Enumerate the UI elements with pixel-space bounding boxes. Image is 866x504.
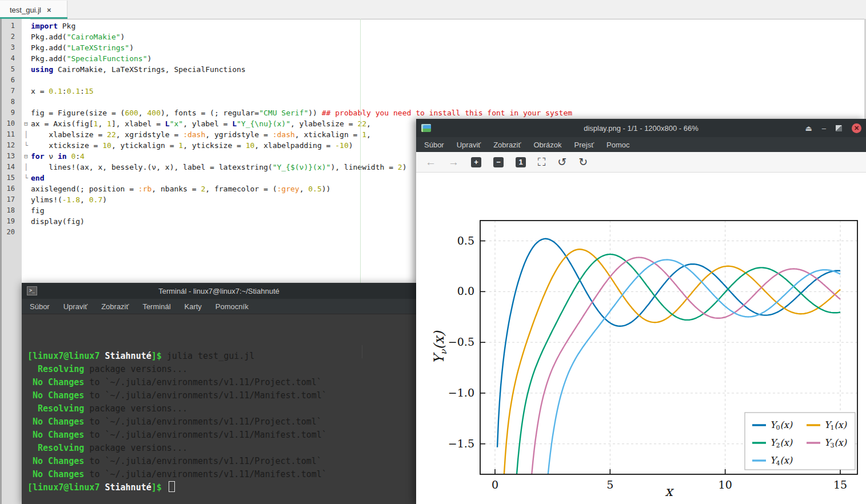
line-number: 15: [0, 173, 22, 183]
line-number: 6: [0, 75, 22, 86]
fold-line: └: [22, 173, 30, 183]
editor-tab-bar: test_gui.jl ×: [0, 0, 866, 19]
svg-text:0.5: 0.5: [457, 234, 474, 247]
window-image-viewer: display.png - 1/1 - 1200x800 - 66% ⏏–✕ S…: [416, 119, 866, 504]
code-line: fig = Figure(size = (600, 400), fonts = …: [31, 107, 864, 118]
viewer-menubar: SúborUpraviťZobraziťObrázokPrejsťPomoc: [416, 137, 866, 152]
svg-text:Y2(x): Y2(x): [770, 437, 793, 449]
terminal-menu-zobrazit[interactable]: Zobraziť: [101, 302, 129, 311]
line-number: 19: [0, 216, 22, 227]
fold-line: └: [22, 140, 30, 151]
viewer-menu-upravit[interactable]: Upraviť: [457, 141, 481, 149]
code-line: Pkg.add("CairoMakie"): [31, 31, 864, 42]
line-number: 2: [0, 31, 22, 42]
viewer-toolbar: ←→+−1⛶↺↻: [416, 152, 866, 173]
line-number: 17: [0, 194, 22, 205]
viewer-menu-zobrazit[interactable]: Zobraziť: [493, 141, 521, 149]
zoom-in-button[interactable]: +: [471, 157, 481, 167]
terminal-app-icon: >_: [27, 286, 37, 295]
terminal-line: No Changes to `~/.julia/environments/v1.…: [27, 415, 416, 429]
minimize-button[interactable]: –: [822, 125, 826, 132]
svg-text:Y1(x): Y1(x): [824, 419, 847, 431]
line-number: 8: [0, 97, 22, 107]
line-number: 14: [0, 162, 22, 173]
terminal-cursor: [169, 481, 175, 492]
line-number: 12: [0, 140, 22, 151]
terminal-line: No Changes to `~/.julia/environments/v1.…: [27, 376, 416, 389]
line-number: 5: [0, 64, 22, 75]
fold-line: [22, 183, 30, 194]
terminal-line: Resolving package versions...: [27, 402, 416, 415]
code-line: using CairoMakie, LaTeXStrings, SpecialF…: [31, 64, 864, 75]
forward-button[interactable]: →: [448, 156, 459, 169]
svg-text:Y3(x): Y3(x): [824, 437, 847, 449]
tab-test-gui-jl[interactable]: test_gui.jl ×: [0, 1, 67, 19]
fold-line: │: [22, 129, 30, 140]
terminal-line: [linux7@linux7 Stiahnuté]$ julia test_gu…: [27, 350, 416, 363]
line-number: 20: [0, 227, 22, 238]
fold-line: [22, 53, 30, 64]
fold-line: [22, 42, 30, 53]
fold-line: [22, 194, 30, 205]
zoom-out-button[interactable]: −: [493, 157, 504, 167]
terminal-titlebar[interactable]: >_ Terminál - linux7@linux7:~/Stiahnuté: [22, 283, 416, 299]
fold-line: [22, 31, 30, 42]
desktop: test_gui.jl × 12345678910111213141516171…: [0, 0, 866, 504]
terminal-menu-pomocnik[interactable]: Pomocník: [215, 302, 249, 311]
zoom-fit-button[interactable]: ⛶: [538, 156, 545, 169]
viewer-menu-subor[interactable]: Súbor: [424, 141, 444, 149]
svg-text:Y4(x): Y4(x): [770, 455, 793, 467]
fold-line: [22, 64, 30, 75]
tab-close-icon[interactable]: ×: [47, 6, 51, 14]
fold-line: [22, 75, 30, 86]
fold-line: [22, 107, 30, 118]
code-line: import Pkg: [31, 21, 864, 31]
code-line: Pkg.add("LaTeXStrings"): [31, 42, 864, 53]
terminal-line: No Changes to `~/.julia/environments/v1.…: [27, 468, 416, 481]
shade-button[interactable]: ⏏: [805, 125, 812, 132]
image-viewer-app-icon: [421, 124, 431, 132]
line-number-gutter: 1234567891011121314151617181920: [0, 19, 22, 504]
code-line: x = 0.1:0.1:15: [31, 86, 864, 97]
svg-text:10: 10: [719, 478, 732, 491]
window-terminal: >_ Terminál - linux7@linux7:~/Stiahnuté …: [22, 283, 416, 504]
fold-line: [22, 86, 30, 97]
svg-text:5: 5: [606, 478, 613, 491]
line-number: 10: [0, 118, 22, 129]
fold-line: │: [22, 162, 30, 173]
terminal-line: No Changes to `~/.julia/environments/v1.…: [27, 429, 416, 442]
line-number: 13: [0, 151, 22, 162]
svg-text:−0.5: −0.5: [448, 335, 474, 348]
fold-marker-icon[interactable]: ⊟: [22, 118, 30, 129]
fold-line: [22, 21, 30, 31]
bessel-plot-image: 0510150.50.0−0.5−1.0−1.5xYν(x)Y0(x)Y1(x)…: [416, 173, 866, 504]
terminal-line: [linux7@linux7 Stiahnuté]$: [27, 481, 416, 494]
fold-line: [22, 227, 30, 238]
rotate-left-button[interactable]: ↺: [557, 155, 566, 169]
viewer-menu-pomoc[interactable]: Pomoc: [606, 141, 629, 149]
back-button[interactable]: ←: [425, 156, 436, 169]
rotate-right-button[interactable]: ↻: [578, 155, 588, 169]
svg-text:−1.0: −1.0: [448, 386, 474, 399]
terminal-title: Terminál - linux7@linux7:~/Stiahnuté: [22, 287, 416, 295]
terminal-menu-upravit[interactable]: Upraviť: [63, 302, 87, 311]
zoom-original-button[interactable]: 1: [516, 157, 526, 167]
terminal-content[interactable]: [linux7@linux7 Stiahnuté]$ julia test_gu…: [22, 314, 416, 494]
viewer-menu-obrazok[interactable]: Obrázok: [533, 141, 561, 149]
line-number: 1: [0, 21, 22, 31]
svg-text:−1.5: −1.5: [448, 437, 474, 450]
terminal-menu-subor[interactable]: Súbor: [30, 302, 50, 311]
viewer-titlebar[interactable]: display.png - 1/1 - 1200x800 - 66% ⏏–✕: [416, 119, 866, 137]
terminal-menu-terminal[interactable]: Terminál: [142, 302, 170, 311]
close-button[interactable]: ✕: [852, 123, 861, 133]
line-number: 7: [0, 86, 22, 97]
terminal-margin-line: [362, 345, 362, 358]
fold-line: [22, 205, 30, 216]
code-line: [31, 97, 864, 107]
line-number: 9: [0, 107, 22, 118]
viewer-title: display.png - 1/1 - 1200x800 - 66%: [416, 124, 866, 133]
fold-marker-icon[interactable]: ⊟: [22, 151, 30, 162]
viewer-menu-prejst[interactable]: Prejsť: [574, 141, 594, 149]
terminal-menu-karty[interactable]: Karty: [185, 302, 202, 311]
maximize-button[interactable]: [836, 125, 842, 131]
